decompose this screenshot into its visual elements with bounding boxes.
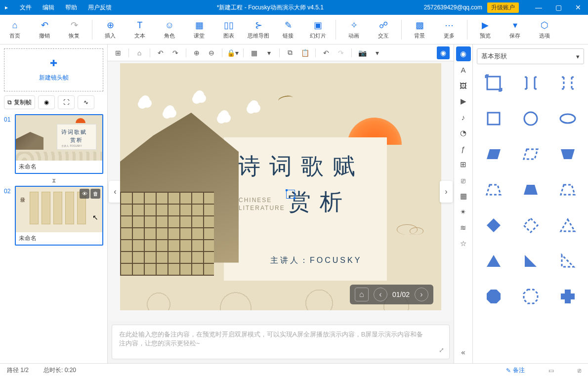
copy-frame-button[interactable]: ⧉复制帧 xyxy=(4,95,35,109)
template-tab[interactable]: ⎚ xyxy=(456,173,471,188)
shape-trapezoid-down[interactable] xyxy=(553,143,582,165)
canvas[interactable]: 诗词歌赋 赏析 CHINESE LITERATURE 主讲人：FOCUSKY ⌂… xyxy=(120,63,441,310)
present-button[interactable]: ▭ xyxy=(548,367,554,374)
lock-button[interactable]: 🔒▾ xyxy=(226,46,239,59)
save-button[interactable]: ▾保存 xyxy=(500,15,530,44)
upgrade-button[interactable]: 升级账户 xyxy=(487,2,519,13)
grid-opts-button[interactable]: ▾ xyxy=(262,46,275,59)
bg-button[interactable]: ▩背景 xyxy=(405,15,434,44)
shape-octagon[interactable] xyxy=(479,286,508,307)
notes-area[interactable]: 在此处输入您的备注内容，在预览时开启双屏模式，可以实现A屏全屏播放演示内容，B屏… xyxy=(112,325,450,359)
camera-button[interactable]: ◉ xyxy=(38,95,55,109)
delete-icon[interactable]: 🗑 xyxy=(90,189,100,199)
pager-next-button[interactable]: › xyxy=(415,288,428,301)
shape-brackets[interactable] xyxy=(516,72,545,94)
slide-thumb-2[interactable]: 目录 👁🗑 ↖ 未命名 xyxy=(15,186,103,246)
notes-toggle[interactable]: ✎ 备注 xyxy=(506,366,525,375)
home-view-button[interactable]: ⌂ xyxy=(133,46,146,59)
menu-help[interactable]: 帮助 xyxy=(60,3,82,12)
formula-tab[interactable]: ƒ xyxy=(456,141,471,156)
home-button[interactable]: ⌂首页 xyxy=(0,15,30,44)
shape-right-triangle-dash[interactable] xyxy=(553,250,582,272)
shape-parallelogram-fill[interactable] xyxy=(479,143,508,165)
slide-button[interactable]: ▣幻灯片 xyxy=(303,15,333,44)
role-button[interactable]: ☺角色 xyxy=(155,15,184,44)
preview-button[interactable]: ▶预览 xyxy=(470,15,500,44)
shape-trapezoid-outline[interactable] xyxy=(553,179,582,201)
pager-home-button[interactable]: ⌂ xyxy=(355,288,369,301)
shape-trapezoid-fill[interactable] xyxy=(516,179,545,201)
video-tab[interactable]: ▶ xyxy=(456,94,471,109)
new-frame-button[interactable]: ✚ 新建镜头帧 xyxy=(4,48,103,91)
close-button[interactable]: ✕ xyxy=(568,3,588,11)
shape-diamond-dash[interactable] xyxy=(516,214,545,236)
interact-button[interactable]: ☍交互 xyxy=(369,15,398,44)
shapes-tab[interactable]: ◉ xyxy=(456,46,471,61)
shape-category-select[interactable]: 基本形狀▾ xyxy=(477,48,584,64)
redo-button[interactable]: ↷恢复 xyxy=(59,15,89,44)
shape-cross[interactable] xyxy=(553,286,582,307)
shape-dashed-brackets[interactable] xyxy=(553,72,582,94)
layers-button[interactable]: ⎚ xyxy=(578,367,581,374)
mindmap-button[interactable]: ⊱思维导图 xyxy=(244,15,273,44)
shape-square[interactable] xyxy=(479,108,508,129)
pager-prev-button[interactable]: ‹ xyxy=(374,288,387,301)
rotate-right-button[interactable]: ↷ xyxy=(169,46,182,59)
expand-icon[interactable]: ⤢ xyxy=(439,346,444,354)
shapes-toggle[interactable]: ◉ xyxy=(437,46,450,59)
shape-ellipse[interactable] xyxy=(553,108,582,129)
effect-tab[interactable]: ✴ xyxy=(456,205,471,219)
collapse-rail-button[interactable]: « xyxy=(456,344,471,359)
next-slide-button[interactable]: › xyxy=(440,181,453,203)
options-button[interactable]: ⬡选项 xyxy=(530,15,559,44)
text-button[interactable]: T文本 xyxy=(125,15,155,44)
shape-parallelogram-dash[interactable] xyxy=(516,143,545,165)
more-button[interactable]: ⋯更多 xyxy=(434,15,464,44)
shape-trapezoid-dash[interactable] xyxy=(479,179,508,201)
copy-button[interactable]: ⧉ xyxy=(284,46,296,59)
maximize-button[interactable]: ▢ xyxy=(548,3,568,11)
class-button[interactable]: ▦课堂 xyxy=(184,15,214,44)
chart-button[interactable]: ▯▯图表 xyxy=(214,15,244,44)
path-button[interactable]: ∿ xyxy=(78,95,94,109)
minimize-button[interactable]: ― xyxy=(529,3,548,11)
eye-icon[interactable]: 👁 xyxy=(80,189,89,199)
grid-button[interactable]: ▦ xyxy=(248,46,260,59)
account-email[interactable]: 2572639429@qq.com xyxy=(424,4,487,11)
shape-triangle-outline[interactable] xyxy=(553,214,582,236)
selection-handle[interactable] xyxy=(286,190,295,199)
fullscreen-button[interactable]: ⛶ xyxy=(58,95,75,109)
zoom-in-button[interactable]: ⊕ xyxy=(190,46,203,59)
menu-file[interactable]: 文件 xyxy=(15,3,37,12)
menu-feedback[interactable]: 用户反馈 xyxy=(83,3,117,12)
undo2-button[interactable]: ↶ xyxy=(320,46,333,59)
grid-tab[interactable]: ⊞ xyxy=(456,157,471,172)
shape-triangle-fill[interactable] xyxy=(479,250,508,272)
chart-tab[interactable]: ◔ xyxy=(456,126,471,140)
insert-button[interactable]: ⊕插入 xyxy=(95,15,125,44)
zoom-out-button[interactable]: ⊖ xyxy=(205,46,218,59)
paste-button[interactable]: 📋 xyxy=(298,46,311,59)
screenshot-button[interactable]: 📷 xyxy=(356,46,369,59)
layer-tab[interactable]: ≋ xyxy=(456,220,471,235)
text-tab[interactable]: A xyxy=(456,62,471,77)
shape-right-triangle[interactable] xyxy=(516,250,545,272)
ruler-button[interactable]: ⊞ xyxy=(112,46,125,59)
shape-diamond-fill[interactable] xyxy=(479,214,508,236)
rotate-left-button[interactable]: ↶ xyxy=(154,46,167,59)
transition-icon[interactable]: ⧗ xyxy=(4,177,103,184)
slide-thumb-1[interactable]: 诗词歌赋赏析主讲人: FOCUSKY 未命名 xyxy=(15,114,103,174)
redo2-button[interactable]: ↷ xyxy=(335,46,347,59)
menu-edit[interactable]: 编辑 xyxy=(38,3,59,12)
widget-tab[interactable]: ▦ xyxy=(456,189,471,204)
link-button[interactable]: ✎链接 xyxy=(273,15,303,44)
shape-circle[interactable] xyxy=(516,108,545,129)
image-tab[interactable]: 🖼 xyxy=(456,78,471,93)
anim-button[interactable]: ✧动画 xyxy=(339,15,369,44)
favorite-tab[interactable]: ☆ xyxy=(456,236,471,251)
music-tab[interactable]: ♪ xyxy=(456,110,471,125)
shape-octagon-dash[interactable] xyxy=(516,286,545,307)
shape-frame[interactable] xyxy=(479,72,508,94)
screenshot-opts-button[interactable]: ▾ xyxy=(371,46,383,59)
undo-button[interactable]: ↶撤销 xyxy=(30,15,59,44)
